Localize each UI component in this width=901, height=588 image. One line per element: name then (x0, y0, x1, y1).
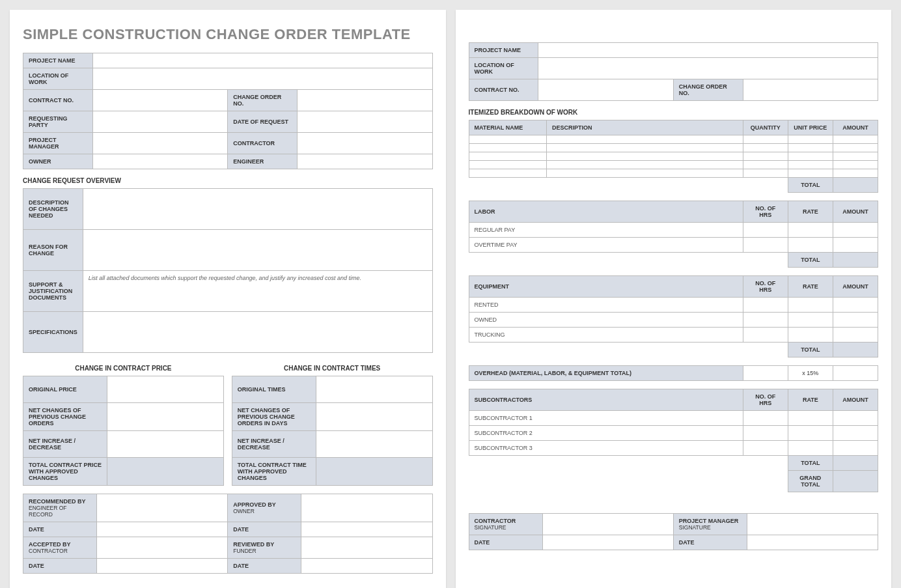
sub-recommended: ENGINEER OF RECORD (29, 505, 91, 518)
input-accepted[interactable] (97, 537, 228, 559)
page-2: PROJECT NAME LOCATION OF WORK CONTRACT N… (456, 10, 892, 588)
label-recommended: RECOMMENDED BY (29, 498, 91, 505)
input-date-1[interactable] (97, 522, 228, 537)
input-net-time[interactable] (316, 403, 433, 431)
input-reg-amt[interactable] (833, 223, 878, 238)
input-project-name-2[interactable] (538, 43, 878, 58)
input-sub1-amt[interactable] (833, 411, 878, 426)
project-info-table-2: PROJECT NAME LOCATION OF WORK CONTRACT N… (469, 42, 879, 101)
equip-total (833, 343, 878, 357)
material-row[interactable] (469, 144, 878, 152)
input-orig-price[interactable] (107, 376, 224, 403)
input-sub3-amt[interactable] (833, 441, 878, 456)
material-total (833, 178, 878, 193)
input-sub3-hrs[interactable] (743, 441, 788, 456)
col-rate-sub: RATE (788, 389, 833, 411)
col-amt-eq: AMOUNT (833, 276, 878, 298)
col-subs: SUBCONTRACTORS (469, 389, 743, 411)
material-row[interactable] (469, 135, 878, 144)
input-reason[interactable] (83, 230, 432, 271)
label-pm-sig: PROJECT MANAGER (679, 518, 742, 524)
input-project-name[interactable] (92, 53, 432, 68)
col-hrs-eq: NO. OF HRS (743, 276, 788, 298)
input-ot-hrs[interactable] (743, 238, 788, 253)
input-engineer[interactable] (298, 154, 432, 169)
label-pm: PROJECT MANAGER (23, 133, 93, 154)
sub-approved: OWNER (233, 508, 296, 514)
input-owner[interactable] (92, 154, 227, 169)
input-contractor-sig[interactable] (542, 514, 673, 535)
label-contractor-sig: CONTRACTOR (475, 518, 537, 524)
material-row[interactable] (469, 161, 878, 169)
input-rented-rate[interactable] (788, 298, 833, 313)
input-change-order-no[interactable] (298, 90, 432, 111)
input-date-pm[interactable] (747, 535, 878, 550)
input-pm[interactable] (92, 133, 227, 154)
input-inc-price[interactable] (107, 431, 224, 458)
input-owned-amt[interactable] (833, 313, 878, 328)
input-date-request[interactable] (298, 111, 432, 133)
input-owned-hrs[interactable] (743, 313, 788, 328)
input-ot-amt[interactable] (833, 238, 878, 253)
price-table: ORIGINAL PRICE NET CHANGES OF PREVIOUS C… (23, 376, 224, 486)
input-specifications[interactable] (83, 312, 432, 353)
input-sub1-hrs[interactable] (743, 411, 788, 426)
input-inc-time[interactable] (316, 431, 433, 458)
input-sub2-rate[interactable] (788, 426, 833, 441)
material-row[interactable] (469, 152, 878, 161)
input-recommended[interactable] (97, 494, 228, 522)
input-date-c[interactable] (542, 535, 673, 550)
label-net-time: NET CHANGES OF PREVIOUS CHANGE ORDERS IN… (232, 403, 316, 431)
input-tot-time[interactable] (316, 458, 433, 486)
input-tot-price[interactable] (107, 458, 224, 486)
input-location[interactable] (92, 68, 432, 90)
input-date-3[interactable] (97, 559, 228, 574)
input-pm-sig[interactable] (747, 514, 878, 535)
overview-heading: CHANGE REQUEST OVERVIEW (23, 177, 433, 184)
label-material-total: TOTAL (788, 178, 833, 193)
overhead-table: OVERHEAD (MATERIAL, LABOR, & EQUIPMENT T… (469, 365, 879, 381)
label-location-2: LOCATION OF WORK (469, 58, 538, 79)
input-date-4[interactable] (301, 559, 432, 574)
col-equipment: EQUIPMENT (469, 276, 743, 298)
input-net-price[interactable] (107, 403, 224, 431)
input-reg-hrs[interactable] (743, 223, 788, 238)
label-orig-price: ORIGINAL PRICE (23, 376, 107, 403)
input-truck-hrs[interactable] (743, 328, 788, 343)
material-row[interactable] (469, 169, 878, 178)
input-orig-time[interactable] (316, 376, 433, 403)
col-amount: AMOUNT (833, 120, 878, 135)
overhead-blank (743, 366, 788, 381)
input-sub1-rate[interactable] (788, 411, 833, 426)
equipment-table: EQUIPMENTNO. OF HRSRATEAMOUNT RENTED OWN… (469, 275, 879, 357)
input-location-2[interactable] (538, 58, 878, 79)
input-sub3-rate[interactable] (788, 441, 833, 456)
label-contractor: CONTRACTOR (228, 133, 298, 154)
input-truck-amt[interactable] (833, 328, 878, 343)
input-rented-hrs[interactable] (743, 298, 788, 313)
input-reviewed[interactable] (301, 537, 432, 559)
input-approved[interactable] (301, 494, 432, 522)
input-truck-rate[interactable] (788, 328, 833, 343)
row-overtime-pay: OVERTIME PAY (469, 238, 743, 253)
label-owner: OWNER (23, 154, 93, 169)
input-ot-rate[interactable] (788, 238, 833, 253)
input-contract-no[interactable] (92, 90, 227, 111)
input-date-2[interactable] (301, 522, 432, 537)
input-rented-amt[interactable] (833, 298, 878, 313)
input-owned-rate[interactable] (788, 313, 833, 328)
label-requesting-party: REQUESTING PARTY (23, 111, 93, 133)
input-reg-rate[interactable] (788, 223, 833, 238)
overhead-rate: x 15% (788, 366, 833, 381)
row-regular-pay: REGULAR PAY (469, 223, 743, 238)
input-contractor[interactable] (298, 133, 432, 154)
input-desc-changes[interactable] (83, 189, 432, 230)
time-heading: CHANGE IN CONTRACT TIMES (232, 365, 433, 372)
label-accepted: ACCEPTED BY (29, 541, 91, 548)
input-requesting-party[interactable] (92, 111, 227, 133)
hint-support-docs[interactable]: List all attached documents which suppor… (83, 271, 432, 312)
input-sub2-hrs[interactable] (743, 426, 788, 441)
input-sub2-amt[interactable] (833, 426, 878, 441)
input-contract-no-2[interactable] (538, 79, 673, 101)
input-change-order-no-2[interactable] (743, 79, 878, 101)
